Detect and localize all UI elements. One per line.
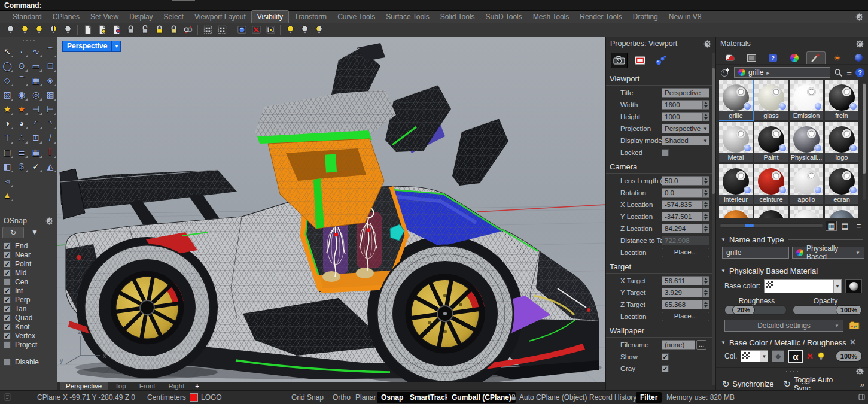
section-gear-icon[interactable] — [856, 367, 864, 375]
osnap-disable[interactable]: Disable — [4, 357, 57, 366]
material-tile-logo[interactable]: logo — [825, 122, 858, 162]
menu-tab-drafting[interactable]: Drafting — [628, 11, 663, 23]
tab-sun[interactable]: ☀ — [828, 51, 847, 64]
osnap-end[interactable]: ✓End — [4, 241, 57, 250]
tab-environment[interactable] — [849, 51, 868, 64]
spinner-arrows[interactable] — [703, 100, 709, 110]
toolbar-grip[interactable] — [0, 37, 57, 44]
checkbox-locked[interactable] — [662, 149, 669, 156]
channel-color-swatch[interactable]: ▼ — [741, 350, 768, 362]
spinner-arrows[interactable] — [703, 224, 709, 233]
material-tile-emission[interactable]: Emission — [790, 80, 823, 120]
field-width[interactable]: 1600 — [662, 100, 703, 110]
tool-control-point-curve[interactable]: ∿ — [29, 44, 43, 59]
menu-tab-display[interactable]: Display — [124, 11, 158, 23]
roughness-slider[interactable]: 20% — [724, 305, 787, 315]
viewport-3d-canvas[interactable]: z x y Perspective ▼ — [57, 37, 605, 382]
tool-array-fence[interactable]: ≣ — [14, 145, 29, 159]
osnap-vertex[interactable]: ✓Vertex — [4, 331, 57, 340]
base-color-preview-button[interactable] — [845, 279, 862, 293]
tool-pyramid[interactable]: ▲ — [0, 188, 14, 202]
tool-text[interactable]: T — [0, 130, 14, 145]
viewport-tab-perspective[interactable]: Perspective — [60, 382, 108, 390]
display-mode-properties-icon[interactable] — [632, 53, 648, 68]
remove-texture-icon[interactable]: × — [806, 351, 813, 361]
tool-polygon[interactable]: ◇ — [0, 73, 14, 87]
thumbnail-size-slider[interactable] — [720, 223, 823, 228]
texture-folder-button[interactable] — [846, 320, 862, 332]
tool-boolean-union[interactable]: ◑ — [0, 116, 14, 130]
material-tile-partial-4[interactable] — [825, 206, 858, 218]
menu-tab-visibility[interactable]: Visibility — [251, 10, 289, 23]
checkbox-icon[interactable]: ✓ — [4, 242, 11, 250]
tool-select-pointer[interactable]: ↖ — [0, 44, 14, 59]
tab-render[interactable]: ? — [763, 51, 782, 64]
tool-point[interactable]: ∙ — [14, 44, 29, 59]
layer-swap-bulb-icon[interactable] — [312, 24, 325, 36]
detail-view-button[interactable]: ≡ — [853, 221, 864, 231]
tool-linear-array[interactable]: ‖ — [43, 145, 57, 159]
show-in-doc-icon[interactable] — [95, 24, 108, 36]
material-tile-partial-1[interactable] — [719, 206, 753, 218]
material-name-field[interactable]: grille — [722, 247, 789, 259]
name-and-type-header[interactable]: ▼ Name and Type — [716, 233, 868, 245]
tool-box[interactable]: ▧ — [0, 87, 14, 102]
spinner-arrows[interactable] — [703, 200, 709, 209]
hide-in-detail-icon[interactable] — [249, 24, 263, 36]
field-y-location[interactable]: -347.501 — [662, 212, 703, 221]
button-place[interactable]: Place... — [662, 312, 709, 321]
tab-display[interactable] — [742, 51, 762, 64]
tool-check-objects[interactable]: ✓ — [29, 159, 43, 174]
panel-splitter[interactable] — [716, 367, 868, 375]
show-selected-bulb-icon[interactable] — [32, 24, 45, 36]
menu-tab-mesh-tools[interactable]: Mesh Tools — [528, 11, 574, 23]
viewport-title-dropdown-arrow[interactable]: ▼ — [112, 41, 121, 52]
opacity-slider[interactable]: 100% — [793, 305, 862, 315]
osnap-tan[interactable]: ✓Tan — [4, 304, 57, 313]
unisolate-objects-icon[interactable] — [215, 24, 229, 36]
osnap-int[interactable]: ✓Int — [4, 286, 57, 295]
synchronize-button[interactable]: ↻Synchronize — [722, 379, 773, 390]
material-selector-combo[interactable]: grille ▸ — [734, 67, 830, 78]
material-tile-ecran[interactable]: ecran — [825, 164, 858, 204]
material-tile-frein[interactable]: frein — [825, 80, 858, 120]
swap-hidden-bulb-icon[interactable] — [47, 24, 60, 36]
grid-view-button[interactable]: ▦ — [826, 221, 837, 231]
osnap-mid[interactable]: ✓Mid — [4, 268, 57, 277]
checkbox-icon[interactable]: ✓ — [4, 260, 11, 268]
command-bar[interactable]: Command: — [0, 0, 868, 11]
material-tile-metal[interactable]: Metal — [719, 122, 753, 162]
material-tile-physicall[interactable]: Physicall... — [790, 122, 823, 162]
base-color-swatch[interactable]: ▼ — [764, 279, 842, 293]
osnap-tab-filter[interactable]: ▼ — [24, 227, 45, 238]
status-auto-cplane-object[interactable]: Auto CPlane (Object) — [519, 393, 587, 402]
lock-objects-icon[interactable] — [124, 24, 137, 36]
status-osnap[interactable]: Osnap — [377, 392, 407, 403]
spinner-arrows[interactable] — [703, 300, 709, 309]
checkbox-gray[interactable]: ✓ — [662, 365, 669, 372]
lock-selected-icon[interactable] — [153, 24, 166, 36]
detailed-settings-dropdown[interactable]: Detailed settings ▼ — [724, 320, 843, 332]
toolbar-gear-icon[interactable] — [855, 13, 863, 21]
properties-gear-icon[interactable] — [703, 40, 711, 48]
doc-shield-icon[interactable] — [109, 24, 123, 36]
spinner-arrows[interactable] — [703, 212, 709, 221]
button-place[interactable]: Place... — [662, 248, 709, 257]
menu-tab-curve-tools[interactable]: Curve Tools — [332, 11, 380, 23]
materials-scrollbar[interactable] — [863, 83, 866, 200]
tool-rectangle[interactable]: □ — [43, 59, 57, 73]
menu-tab-subd-tools[interactable]: SubD Tools — [480, 11, 528, 23]
menu-tab-new-in-v8[interactable]: New in V8 — [663, 11, 707, 23]
checkbox-show[interactable]: ✓ — [662, 353, 669, 360]
status-planar[interactable]: Planar — [355, 393, 376, 402]
field-title[interactable]: Perspective — [662, 88, 709, 98]
tab-colors[interactable] — [785, 51, 804, 64]
properties-scrollbar[interactable] — [712, 53, 715, 385]
tool-circle[interactable]: ◯ — [0, 59, 14, 73]
tool-ellipse[interactable]: ⊙ — [14, 59, 29, 73]
checkbox-icon[interactable]: ✓ — [4, 332, 11, 339]
tool-arc[interactable]: ⌒ — [14, 73, 29, 87]
status-filter[interactable]: Filter — [636, 392, 662, 403]
material-tile-grille[interactable]: grille — [719, 80, 753, 120]
field-z-location[interactable]: 84.294 — [662, 224, 703, 233]
